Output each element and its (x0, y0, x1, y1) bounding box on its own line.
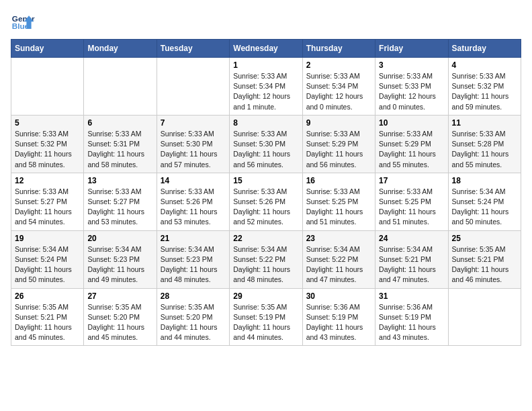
calendar-cell: 28Sunrise: 5:35 AM Sunset: 5:20 PM Dayli… (157, 288, 229, 346)
day-info: Sunrise: 5:33 AM Sunset: 5:26 PM Dayligh… (161, 187, 226, 228)
day-info: Sunrise: 5:36 AM Sunset: 5:19 PM Dayligh… (379, 302, 444, 343)
day-info: Sunrise: 5:34 AM Sunset: 5:21 PM Dayligh… (379, 244, 444, 285)
weekday-header: Tuesday (157, 40, 229, 58)
day-number: 12 (15, 176, 80, 185)
day-info: Sunrise: 5:33 AM Sunset: 5:29 PM Dayligh… (306, 129, 371, 170)
day-info: Sunrise: 5:33 AM Sunset: 5:30 PM Dayligh… (233, 129, 298, 170)
calendar-header-row: SundayMondayTuesdayWednesdayThursdayFrid… (11, 40, 521, 58)
day-number: 8 (233, 118, 298, 128)
calendar-cell: 5Sunrise: 5:33 AM Sunset: 5:32 PM Daylig… (11, 115, 84, 173)
calendar-cell: 21Sunrise: 5:34 AM Sunset: 5:23 PM Dayli… (157, 230, 229, 288)
day-number: 15 (233, 176, 298, 185)
calendar-table: SundayMondayTuesdayWednesdayThursdayFrid… (11, 39, 521, 346)
day-info: Sunrise: 5:33 AM Sunset: 5:27 PM Dayligh… (15, 187, 80, 228)
day-info: Sunrise: 5:34 AM Sunset: 5:22 PM Dayligh… (233, 244, 298, 285)
calendar-week-row: 19Sunrise: 5:34 AM Sunset: 5:24 PM Dayli… (11, 230, 521, 288)
day-info: Sunrise: 5:33 AM Sunset: 5:31 PM Dayligh… (87, 129, 152, 170)
day-number: 4 (452, 60, 517, 70)
calendar-cell: 20Sunrise: 5:34 AM Sunset: 5:23 PM Dayli… (84, 230, 157, 288)
day-info: Sunrise: 5:33 AM Sunset: 5:30 PM Dayligh… (161, 129, 226, 170)
calendar-cell: 17Sunrise: 5:33 AM Sunset: 5:25 PM Dayli… (375, 173, 448, 230)
calendar-cell: 16Sunrise: 5:33 AM Sunset: 5:25 PM Dayli… (302, 173, 375, 230)
day-info: Sunrise: 5:35 AM Sunset: 5:19 PM Dayligh… (233, 302, 298, 343)
day-number: 17 (379, 176, 444, 185)
day-number: 6 (87, 118, 152, 128)
day-number: 28 (161, 291, 226, 301)
day-number: 5 (15, 118, 80, 128)
day-number: 9 (306, 118, 371, 128)
calendar-cell: 9Sunrise: 5:33 AM Sunset: 5:29 PM Daylig… (302, 115, 375, 173)
calendar-cell: 22Sunrise: 5:34 AM Sunset: 5:22 PM Dayli… (230, 230, 302, 288)
day-info: Sunrise: 5:33 AM Sunset: 5:29 PM Dayligh… (379, 129, 444, 170)
calendar-week-row: 26Sunrise: 5:35 AM Sunset: 5:21 PM Dayli… (11, 288, 521, 346)
calendar-cell: 7Sunrise: 5:33 AM Sunset: 5:30 PM Daylig… (157, 115, 229, 173)
day-number: 24 (379, 234, 444, 243)
day-number: 14 (161, 176, 226, 185)
calendar-cell: 29Sunrise: 5:35 AM Sunset: 5:19 PM Dayli… (230, 288, 302, 346)
calendar-body: 1Sunrise: 5:33 AM Sunset: 5:34 PM Daylig… (11, 58, 521, 346)
day-info: Sunrise: 5:34 AM Sunset: 5:22 PM Dayligh… (306, 244, 371, 285)
calendar-cell: 15Sunrise: 5:33 AM Sunset: 5:26 PM Dayli… (230, 173, 302, 230)
calendar-cell: 10Sunrise: 5:33 AM Sunset: 5:29 PM Dayli… (375, 115, 448, 173)
calendar-cell: 2Sunrise: 5:33 AM Sunset: 5:34 PM Daylig… (302, 58, 375, 116)
day-number: 18 (452, 176, 517, 185)
calendar-cell: 1Sunrise: 5:33 AM Sunset: 5:34 PM Daylig… (230, 58, 302, 116)
day-info: Sunrise: 5:33 AM Sunset: 5:34 PM Dayligh… (306, 71, 371, 112)
day-info: Sunrise: 5:35 AM Sunset: 5:21 PM Dayligh… (452, 244, 517, 285)
logo: General Blue (11, 11, 35, 35)
day-number: 13 (87, 176, 152, 185)
day-number: 10 (379, 118, 444, 128)
day-number: 3 (379, 60, 444, 70)
day-info: Sunrise: 5:33 AM Sunset: 5:32 PM Dayligh… (452, 71, 517, 112)
calendar-cell: 6Sunrise: 5:33 AM Sunset: 5:31 PM Daylig… (84, 115, 157, 173)
day-number: 23 (306, 234, 371, 243)
weekday-header: Thursday (302, 40, 375, 58)
day-info: Sunrise: 5:33 AM Sunset: 5:26 PM Dayligh… (233, 187, 298, 228)
day-number: 21 (161, 234, 226, 243)
weekday-header: Saturday (448, 40, 521, 58)
calendar-week-row: 5Sunrise: 5:33 AM Sunset: 5:32 PM Daylig… (11, 115, 521, 173)
day-number: 20 (87, 234, 152, 243)
calendar-cell: 4Sunrise: 5:33 AM Sunset: 5:32 PM Daylig… (448, 58, 521, 116)
day-info: Sunrise: 5:33 AM Sunset: 5:25 PM Dayligh… (306, 187, 371, 228)
day-info: Sunrise: 5:33 AM Sunset: 5:33 PM Dayligh… (379, 71, 444, 112)
day-number: 25 (452, 234, 517, 243)
day-info: Sunrise: 5:35 AM Sunset: 5:21 PM Dayligh… (15, 302, 80, 343)
day-number: 1 (233, 60, 298, 70)
calendar-cell (448, 288, 521, 346)
page-header: General Blue (11, 11, 521, 35)
weekday-header: Wednesday (230, 40, 302, 58)
calendar-cell: 8Sunrise: 5:33 AM Sunset: 5:30 PM Daylig… (230, 115, 302, 173)
calendar-cell (84, 58, 157, 116)
day-info: Sunrise: 5:34 AM Sunset: 5:23 PM Dayligh… (161, 244, 226, 285)
day-number: 19 (15, 234, 80, 243)
calendar-cell: 3Sunrise: 5:33 AM Sunset: 5:33 PM Daylig… (375, 58, 448, 116)
calendar-cell: 31Sunrise: 5:36 AM Sunset: 5:19 PM Dayli… (375, 288, 448, 346)
day-number: 26 (15, 291, 80, 301)
day-number: 30 (306, 291, 371, 301)
weekday-header: Friday (375, 40, 448, 58)
day-info: Sunrise: 5:35 AM Sunset: 5:20 PM Dayligh… (87, 302, 152, 343)
day-info: Sunrise: 5:34 AM Sunset: 5:24 PM Dayligh… (452, 187, 517, 228)
day-number: 22 (233, 234, 298, 243)
calendar-cell: 12Sunrise: 5:33 AM Sunset: 5:27 PM Dayli… (11, 173, 84, 230)
day-info: Sunrise: 5:33 AM Sunset: 5:34 PM Dayligh… (233, 71, 298, 112)
weekday-header: Sunday (11, 40, 84, 58)
day-info: Sunrise: 5:33 AM Sunset: 5:28 PM Dayligh… (452, 129, 517, 170)
day-info: Sunrise: 5:35 AM Sunset: 5:20 PM Dayligh… (161, 302, 226, 343)
day-number: 2 (306, 60, 371, 70)
day-number: 27 (87, 291, 152, 301)
calendar-cell: 24Sunrise: 5:34 AM Sunset: 5:21 PM Dayli… (375, 230, 448, 288)
weekday-header: Monday (84, 40, 157, 58)
day-number: 29 (233, 291, 298, 301)
calendar-cell: 30Sunrise: 5:36 AM Sunset: 5:19 PM Dayli… (302, 288, 375, 346)
calendar-cell: 19Sunrise: 5:34 AM Sunset: 5:24 PM Dayli… (11, 230, 84, 288)
calendar-cell: 25Sunrise: 5:35 AM Sunset: 5:21 PM Dayli… (448, 230, 521, 288)
calendar-cell: 14Sunrise: 5:33 AM Sunset: 5:26 PM Dayli… (157, 173, 229, 230)
calendar-week-row: 12Sunrise: 5:33 AM Sunset: 5:27 PM Dayli… (11, 173, 521, 230)
day-number: 16 (306, 176, 371, 185)
logo-icon: General Blue (11, 11, 35, 35)
day-number: 31 (379, 291, 444, 301)
day-info: Sunrise: 5:34 AM Sunset: 5:23 PM Dayligh… (87, 244, 152, 285)
day-info: Sunrise: 5:36 AM Sunset: 5:19 PM Dayligh… (306, 302, 371, 343)
